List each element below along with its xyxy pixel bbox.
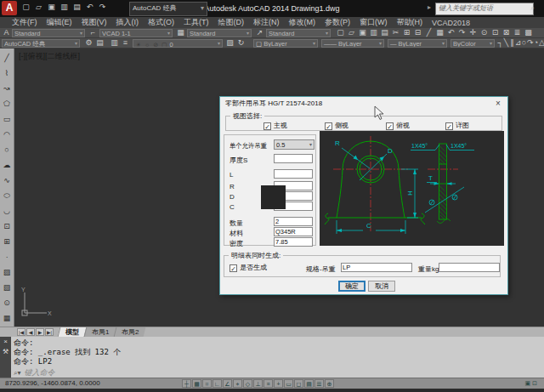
match-properties-icon[interactable]: ╱ — [423, 28, 434, 37]
dyn-icon[interactable]: + — [274, 379, 283, 388]
workspace-settings-icon[interactable]: ▤ — [94, 38, 105, 48]
plot-preview-icon[interactable]: ▤ — [379, 28, 390, 37]
checkbox-top-view[interactable]: ✓俯视 — [386, 121, 410, 130]
polygon-icon[interactable]: ⬠ — [0, 98, 14, 110]
ortho-icon[interactable]: ∟ — [212, 379, 222, 388]
rotate-icon[interactable]: ◔ — [533, 38, 539, 48]
qp-icon[interactable]: ▤ — [304, 379, 314, 388]
spec-input[interactable] — [341, 263, 412, 272]
checkbox-detail-view[interactable]: ✓详图 — [445, 121, 469, 130]
ok-button[interactable]: 确定 — [338, 281, 366, 292]
insert-block-icon[interactable]: ⊡ — [0, 220, 14, 232]
tab-nav-first[interactable]: |◀ — [17, 328, 26, 336]
command-input-row[interactable]: ⌕▾键入命令 — [14, 367, 541, 377]
mleader-style-combo[interactable]: Standard▾ — [266, 29, 331, 37]
new-file-icon[interactable]: ▢ — [20, 3, 31, 12]
command-history[interactable]: 命令:命令: _.erase 找到 132 个命令: LP2 — [14, 338, 541, 366]
region-icon[interactable]: ⊙ — [0, 297, 14, 309]
menu-tools[interactable]: 工具(T) — [184, 17, 209, 28]
ellipse-arc-icon[interactable]: ◡ — [0, 205, 14, 217]
revcloud-icon[interactable]: ☁ — [0, 159, 14, 171]
save-icon[interactable]: ▣ — [357, 28, 368, 37]
layer-properties-icon[interactable]: ▥ — [109, 38, 120, 48]
circle-icon[interactable]: ○ — [0, 144, 14, 156]
plotstyle-combo[interactable]: ByColor▾ — [450, 39, 495, 48]
undo-icon[interactable]: ↶ — [84, 3, 95, 12]
table-style-combo[interactable]: Standard▾ — [187, 29, 252, 37]
viewport-controls-label[interactable]: [-][俯视][二维线框] — [19, 51, 80, 62]
array-icon[interactable]: ○ — [521, 38, 527, 48]
am-icon[interactable]: ⊕ — [325, 379, 334, 388]
ducs-icon[interactable]: ≡ — [264, 379, 273, 388]
checkbox-front-view[interactable]: ✓主视 — [264, 121, 287, 130]
layer-on-icon[interactable]: ☀ — [135, 40, 142, 48]
close-icon[interactable]: × — [493, 99, 503, 109]
make-current-icon[interactable]: ▨ — [224, 38, 235, 48]
material-input[interactable] — [274, 227, 313, 236]
redo-icon[interactable]: ↷ — [456, 28, 468, 37]
layer-states-icon[interactable]: ≡ — [120, 38, 131, 48]
polyline-icon[interactable]: ↝ — [0, 82, 14, 94]
hatch-icon[interactable]: ▨ — [0, 266, 14, 278]
menu-draw[interactable]: 绘图(D) — [218, 17, 245, 28]
menu-view[interactable]: 视图(V) — [82, 17, 107, 28]
search-icon[interactable]: ⌕ — [530, 3, 535, 13]
tab-layout2[interactable]: 布局2 — [114, 327, 146, 337]
search-prefix-icon[interactable]: ▸ — [428, 3, 431, 11]
properties-icon[interactable]: ≣ — [512, 28, 523, 37]
undo-icon[interactable]: ↶ — [445, 28, 456, 37]
tab-nav-prev[interactable]: ◀ — [26, 328, 35, 336]
plot-icon[interactable]: ▤ — [71, 3, 82, 12]
move-icon[interactable]: ↷ — [527, 38, 533, 48]
color-combo[interactable]: ▢ ByLayer▾ — [253, 39, 318, 48]
rectangle-icon[interactable]: ▭ — [0, 113, 14, 125]
menu-file[interactable]: 文件(F) — [12, 17, 37, 28]
copy-icon[interactable]: ⊞ — [401, 28, 412, 37]
pan-icon[interactable]: ✛ — [468, 28, 479, 37]
line-icon[interactable]: ╱ — [0, 52, 14, 64]
search-input[interactable]: 键入关键字或短语 — [435, 3, 534, 15]
tpy-icon[interactable]: ◻ — [294, 379, 303, 388]
lwt-icon[interactable]: ▭ — [284, 379, 293, 388]
new-icon[interactable]: ▢ — [335, 28, 346, 37]
redo-icon[interactable]: ↷ — [97, 3, 108, 12]
3dosnap-icon[interactable]: ◇ — [243, 379, 252, 388]
sc-icon[interactable]: ☰ — [314, 379, 324, 388]
menu-modify[interactable]: 修改(M) — [289, 17, 316, 28]
text-style-combo[interactable]: Standard▾ — [12, 29, 85, 37]
density-input[interactable] — [274, 237, 313, 247]
gear-icon[interactable]: ⚙ — [83, 38, 94, 48]
tab-layout1[interactable]: 布局1 — [84, 327, 116, 337]
autocad-logo[interactable]: A — [2, 1, 17, 15]
text-style-icon[interactable]: A — [1, 28, 12, 37]
paste-icon[interactable]: ⊟ — [412, 28, 423, 37]
lift-weight-combo[interactable]: 0.5▾ — [274, 139, 314, 150]
plot-icon[interactable]: ▥ — [368, 28, 379, 37]
point-icon[interactable]: ∙ — [0, 251, 14, 263]
arc-icon[interactable]: ◠ — [0, 128, 14, 140]
make-block-icon[interactable]: ⊞ — [0, 236, 14, 247]
menu-help[interactable]: 帮助(H) — [397, 17, 423, 28]
linetype-combo[interactable]: —— ByLayer▾ — [321, 39, 384, 48]
zoom-window-icon[interactable]: ⊡ — [490, 28, 501, 37]
gradient-icon[interactable]: ▧ — [0, 281, 14, 293]
layer-previous-icon[interactable]: ↻ — [235, 38, 246, 48]
snap-icon[interactable]: ▦ — [192, 379, 201, 388]
menu-edit[interactable]: 编辑(E) — [47, 17, 72, 28]
command-input[interactable]: 键入命令 — [25, 368, 55, 377]
mleader-style-icon[interactable]: ↗ — [254, 28, 265, 37]
table-icon[interactable]: ▦ — [0, 312, 14, 324]
ellipse-icon[interactable]: ⬭ — [0, 190, 14, 202]
L-input[interactable] — [274, 169, 313, 179]
status-right-icons[interactable]: ▣ ⊡ — [525, 380, 537, 387]
tab-nav-next[interactable]: ▶ — [36, 328, 44, 336]
designcenter-icon[interactable]: ▩ — [523, 28, 534, 37]
coordinates-readout[interactable]: 8720.9296, -1460.0874, 0.0000 — [5, 379, 100, 387]
layer-lock-icon[interactable]: ⊘ — [152, 40, 159, 48]
table-style-icon[interactable]: ▦ — [175, 28, 186, 37]
cut-icon[interactable]: ✂ — [390, 28, 401, 37]
infer-icon[interactable]: ┼ — [182, 379, 191, 388]
erase-icon[interactable]: ┐ — [497, 38, 503, 48]
workspace-dropdown[interactable]: AutoCAD 经典▾ — [129, 2, 207, 16]
wrench-icon[interactable]: ⚒ — [0, 347, 11, 357]
